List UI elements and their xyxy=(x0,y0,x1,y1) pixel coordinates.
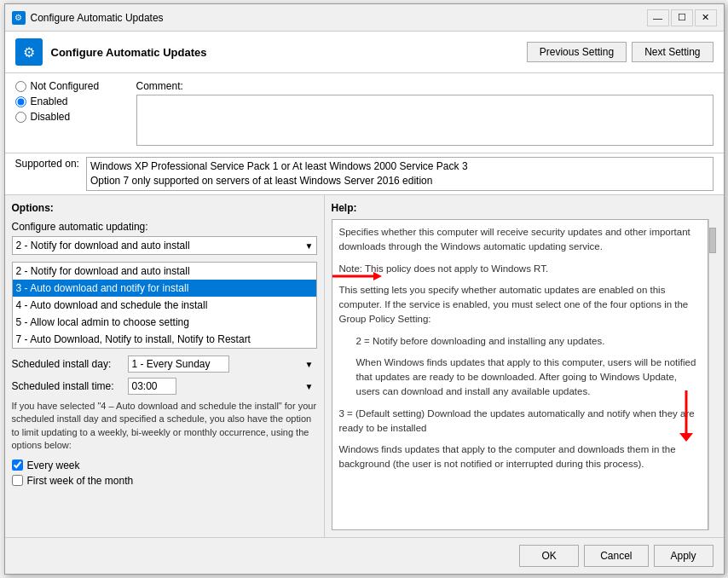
first-week-checkbox[interactable] xyxy=(12,475,23,486)
window-title: Configure Automatic Updates xyxy=(31,12,647,24)
not-configured-option[interactable]: Not Configured xyxy=(15,80,126,92)
list-item[interactable]: 7 - Auto Download, Notify to install, No… xyxy=(13,331,316,348)
main-section: Options: Configure automatic updating: 2… xyxy=(5,195,724,537)
schedule-time-label: Scheduled install time: xyxy=(12,380,123,392)
help-para-1: Specifies whether this computer will rec… xyxy=(339,225,701,255)
list-item[interactable]: 4 - Auto download and schedule the insta… xyxy=(13,297,316,314)
every-week-label: Every week xyxy=(27,460,80,471)
schedule-day-label: Scheduled install day: xyxy=(12,358,123,370)
enabled-label: Enabled xyxy=(31,95,68,107)
dropdown-list: 2 - Notify for download and auto install… xyxy=(12,262,317,349)
header-title: Configure Automatic Updates xyxy=(51,46,527,59)
help-content[interactable]: Specifies whether this computer will rec… xyxy=(332,219,708,530)
every-week-option[interactable]: Every week xyxy=(12,460,317,471)
schedule-time-arrow-icon: ▼ xyxy=(305,382,314,391)
configure-dropdown-wrapper: 2 - Notify for download and auto install… xyxy=(12,236,317,255)
minimize-button[interactable]: — xyxy=(647,9,669,26)
help-para-3: This setting lets you specify whether au… xyxy=(339,283,701,327)
schedule-time-row: Scheduled install time: 03:00 ▼ xyxy=(12,378,317,395)
description-text: If you have selected "4 – Auto download … xyxy=(12,400,317,453)
every-week-checkbox[interactable] xyxy=(12,460,23,471)
help-panel: Help: Specifies whether this computer wi… xyxy=(325,195,724,537)
header-icon: ⚙ xyxy=(15,38,43,66)
schedule-day-row: Scheduled install day: 1 - Every Sunday … xyxy=(12,355,317,373)
help-text: Specifies whether this computer will rec… xyxy=(339,225,701,472)
schedule-day-dropdown[interactable]: 1 - Every Sunday xyxy=(128,355,229,373)
options-panel: Options: Configure automatic updating: 2… xyxy=(5,195,325,537)
comment-input[interactable] xyxy=(136,95,714,146)
maximize-button[interactable]: ☐ xyxy=(671,9,693,26)
options-title: Options: xyxy=(12,202,317,214)
close-button[interactable]: ✕ xyxy=(695,9,717,26)
not-configured-label: Not Configured xyxy=(31,80,100,92)
scrollbar-thumb[interactable] xyxy=(709,228,716,253)
help-para-6: 3 = (Default setting) Download the updat… xyxy=(339,407,701,436)
title-bar-controls: — ☐ ✕ xyxy=(647,9,717,26)
comment-section: Comment: xyxy=(136,80,714,146)
header-section: ⚙ Configure Automatic Updates Previous S… xyxy=(5,32,724,73)
list-item[interactable]: 2 - Notify for download and auto install xyxy=(13,263,316,280)
supported-text-line1: Windows XP Professional Service Pack 1 o… xyxy=(90,159,709,174)
first-week-label: First week of the month xyxy=(27,475,134,487)
window-icon: ⚙ xyxy=(12,11,26,25)
configure-dropdown[interactable]: 2 - Notify for download and auto install xyxy=(12,236,317,255)
supported-label: Supported on: xyxy=(15,157,79,170)
list-item-selected[interactable]: 3 - Auto download and notify for install xyxy=(13,280,316,297)
disabled-option[interactable]: Disabled xyxy=(15,111,126,123)
top-section: Not Configured Enabled Disabled Comment: xyxy=(5,73,724,153)
apply-button[interactable]: Apply xyxy=(654,545,714,567)
help-para-7: Windows finds updates that apply to the … xyxy=(339,442,701,472)
svg-marker-1 xyxy=(373,272,382,280)
disabled-label: Disabled xyxy=(31,111,71,123)
comment-label: Comment: xyxy=(136,80,714,92)
schedule-time-dropdown[interactable]: 03:00 xyxy=(128,378,176,395)
enabled-radio[interactable] xyxy=(15,96,26,107)
list-item[interactable]: 5 - Allow local admin to choose setting xyxy=(13,314,316,331)
help-title: Help: xyxy=(332,202,717,214)
help-para-5: When Windows finds updates that apply to… xyxy=(356,355,701,400)
arrow-underline-icon xyxy=(332,268,382,285)
cancel-button[interactable]: Cancel xyxy=(584,545,648,567)
footer: OK Cancel Apply xyxy=(5,537,724,574)
radio-group: Not Configured Enabled Disabled xyxy=(15,80,126,146)
disabled-radio[interactable] xyxy=(15,112,26,123)
ok-button[interactable]: OK xyxy=(519,545,579,567)
not-configured-radio[interactable] xyxy=(15,81,26,92)
supported-text: Windows XP Professional Service Pack 1 o… xyxy=(86,157,714,191)
enabled-option[interactable]: Enabled xyxy=(15,95,126,107)
help-para-2: Note: This policy does not apply to Wind… xyxy=(339,262,701,276)
window: ⚙ Configure Automatic Updates — ☐ ✕ ⚙ Co… xyxy=(4,3,725,575)
configure-label: Configure automatic updating: xyxy=(12,221,317,233)
previous-setting-button[interactable]: Previous Setting xyxy=(527,42,627,62)
help-scrollbar[interactable] xyxy=(708,219,717,530)
supported-text-line2: Option 7 only supported on servers of at… xyxy=(90,174,709,188)
supported-section: Supported on: Windows XP Professional Se… xyxy=(5,153,724,195)
title-bar: ⚙ Configure Automatic Updates — ☐ ✕ xyxy=(5,4,724,32)
next-setting-button[interactable]: Next Setting xyxy=(632,42,713,62)
schedule-day-arrow-icon: ▼ xyxy=(305,360,314,369)
header-buttons: Previous Setting Next Setting xyxy=(527,42,714,62)
help-content-wrapper: Specifies whether this computer will rec… xyxy=(332,219,717,530)
help-para-4: 2 = Notify before downloading and instal… xyxy=(356,334,701,349)
first-week-option[interactable]: First week of the month xyxy=(12,475,317,487)
